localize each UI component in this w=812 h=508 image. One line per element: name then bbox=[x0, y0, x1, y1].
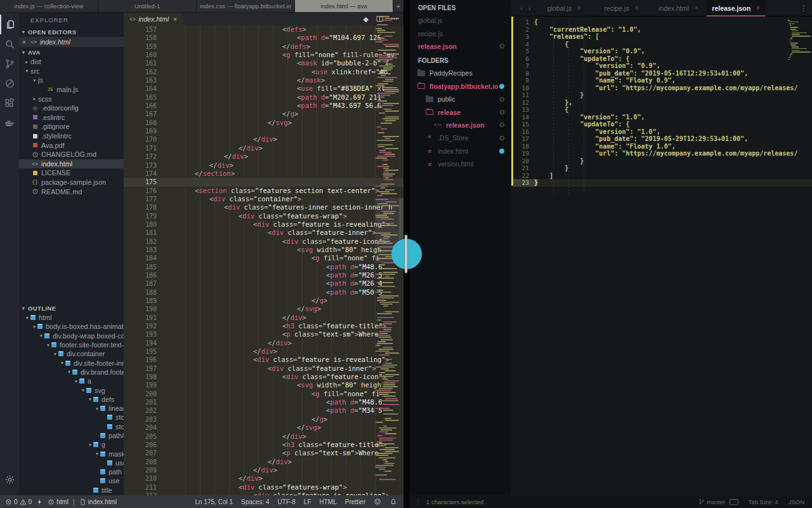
file-tree-item[interactable]: .eslintrc bbox=[19, 113, 124, 123]
open-file-item[interactable]: recipe.js bbox=[410, 27, 511, 39]
file-tree-item[interactable]: LICENSE bbox=[19, 168, 124, 178]
code-line[interactable]: 193<p class="text-sm">Where bbox=[124, 330, 403, 338]
project-header[interactable]: ▾ AVA bbox=[19, 47, 124, 57]
lightning-icon[interactable] bbox=[36, 498, 43, 505]
code-line[interactable]: 203</g> bbox=[124, 415, 403, 424]
code-line[interactable]: 176<section class="features section text… bbox=[124, 187, 403, 195]
open-file-item[interactable]: global.js bbox=[410, 14, 511, 27]
code-line[interactable]: 190</svg> bbox=[124, 305, 403, 313]
code-line[interactable]: 191</div> bbox=[124, 314, 403, 322]
sublime-tab[interactable]: index.html× bbox=[650, 0, 707, 16]
code-line[interactable]: 200<g fill="none" fi bbox=[124, 390, 403, 398]
code-line[interactable]: 185<path d="M48.6 bbox=[124, 263, 403, 271]
code-line[interactable]: 157<defs> bbox=[124, 25, 403, 34]
close-icon[interactable]: × bbox=[173, 16, 177, 23]
sublime-tab[interactable]: global.js× bbox=[535, 0, 593, 16]
code-line[interactable]: 183<svg width="80" heigh bbox=[124, 246, 403, 254]
code-line[interactable]: 163</mask> bbox=[124, 76, 403, 84]
outline-item[interactable]: stop bbox=[19, 422, 124, 431]
search-icon[interactable] bbox=[0, 34, 19, 54]
outline-item[interactable]: ▾div.site-footer-inner bbox=[19, 358, 124, 367]
git-branch-status[interactable]: master bbox=[698, 498, 738, 505]
code-line[interactable]: 181<div class="feature-inner"> bbox=[124, 229, 403, 237]
code-line[interactable]: 158<path d="M104.697 125 bbox=[124, 34, 403, 42]
code-line[interactable]: 177<div class="container"> bbox=[124, 195, 403, 203]
explorer-icon[interactable] bbox=[0, 15, 19, 34]
file-tree-item[interactable]: ▸dist bbox=[19, 57, 124, 67]
active-file-status[interactable]: index.html bbox=[79, 498, 117, 505]
code-line[interactable]: 2 "currentRelease": "1.0", bbox=[511, 26, 812, 34]
debug-icon[interactable] bbox=[0, 74, 19, 93]
outline-item[interactable]: ▾a bbox=[19, 377, 124, 385]
status-item[interactable]: Prettier bbox=[345, 498, 365, 505]
close-icon[interactable]: × bbox=[634, 4, 638, 11]
file-tree-item[interactable]: Ava.pdf bbox=[19, 140, 124, 150]
code-line[interactable]: 167</g> bbox=[124, 110, 403, 118]
folder-tree-item[interactable]: ≡index.html bbox=[410, 145, 511, 157]
file-tree-item[interactable]: <>index.html bbox=[19, 159, 124, 169]
code-line[interactable]: 6 "updateTo": { bbox=[511, 55, 812, 63]
code-line[interactable]: 160<g fill="none" fill-rule="ev bbox=[124, 51, 403, 59]
code-line[interactable]: 174</section> bbox=[124, 170, 403, 178]
outline-item[interactable]: ▾html bbox=[19, 313, 124, 322]
code-line[interactable]: 171</div> bbox=[124, 144, 403, 152]
code-line[interactable]: 172</div> bbox=[124, 152, 403, 161]
docker-icon[interactable] bbox=[0, 113, 19, 133]
folder-tree-item[interactable]: </>release.json bbox=[410, 119, 511, 131]
code-line[interactable]: 14 "version": "1.0", bbox=[511, 114, 812, 121]
code-line[interactable]: 17 "pub_date": "2019-05-29T12:29:53+01:0… bbox=[511, 135, 812, 143]
open-editor-item[interactable]: × <> index.html bbox=[19, 37, 124, 47]
file-tree-item[interactable]: README.md bbox=[19, 187, 124, 196]
outline-item[interactable]: use bbox=[19, 458, 124, 467]
file-tree-item[interactable]: ▸scss bbox=[19, 94, 124, 104]
format-icon[interactable]: ◆ bbox=[363, 15, 369, 23]
window-tab[interactable]: index.html — ava bbox=[295, 0, 393, 12]
status-item[interactable]: HTML bbox=[320, 498, 337, 505]
code-line[interactable]: 197<div class="feature-inner"> bbox=[124, 364, 403, 373]
folder-tree-item[interactable]: *.DS_Store bbox=[410, 131, 511, 144]
outline-item[interactable]: stop bbox=[19, 413, 124, 422]
code-line[interactable]: 13 { bbox=[511, 106, 812, 114]
code-line[interactable]: 180<div class="feature is-revealing"> bbox=[124, 220, 403, 229]
code-line[interactable]: 1{ bbox=[511, 18, 812, 26]
code-line[interactable]: 202<path d="M34 5 bbox=[124, 406, 403, 415]
code-line[interactable]: 162<use xlink:href="#b bbox=[124, 68, 403, 76]
close-icon[interactable]: × bbox=[695, 4, 698, 11]
code-line[interactable]: 192<h3 class="feature-title"> bbox=[124, 322, 403, 330]
code-line[interactable]: 194</div> bbox=[124, 339, 403, 347]
code-line[interactable]: 4 { bbox=[511, 41, 812, 48]
code-line[interactable]: 206<h3 class="feature-title"> bbox=[124, 441, 403, 449]
file-tree-item[interactable]: JSmain.js bbox=[19, 85, 124, 95]
code-line[interactable]: 9 "name": "Floaty 0.9", bbox=[511, 77, 812, 84]
outline-item[interactable]: path bbox=[19, 467, 124, 476]
outline-item[interactable]: ▾linearGradient#... bbox=[19, 404, 124, 413]
file-tree-item[interactable]: ▾src bbox=[19, 67, 124, 76]
code-line[interactable]: 21 } bbox=[511, 164, 812, 172]
minimap[interactable] bbox=[788, 18, 811, 101]
status-item[interactable]: UTF-8 bbox=[278, 498, 296, 505]
outline-item[interactable]: ▾div.brand.footer-brand bbox=[19, 368, 124, 377]
code-line[interactable]: 20 } bbox=[511, 157, 812, 165]
code-line[interactable]: 187<path d="M26 4 bbox=[124, 279, 403, 288]
code-line[interactable]: 12 }, bbox=[511, 99, 812, 107]
file-tree-item[interactable]: .gitignore bbox=[19, 122, 124, 131]
outline-item[interactable]: ▾div.container bbox=[19, 349, 124, 358]
tab-overflow-icon[interactable]: ⋮ bbox=[800, 4, 812, 13]
code-line[interactable]: 16 "version": "1.0", bbox=[511, 128, 812, 136]
nav-forward-icon[interactable]: › bbox=[528, 4, 531, 12]
code-line[interactable]: 207<p class="text-sm">Where bbox=[124, 449, 403, 457]
folder-tree-item[interactable]: PaddyRecipes bbox=[410, 67, 511, 79]
file-tree-item[interactable]: .editorconfig bbox=[19, 104, 124, 113]
code-line[interactable]: 178<div class="features-inner section-in… bbox=[124, 203, 403, 211]
code-line[interactable]: 5 "version": "0.9", bbox=[511, 48, 812, 55]
code-line[interactable]: 165<path d="M202.697 211 bbox=[124, 93, 403, 102]
window-tab[interactable]: index.css — floatyapp.bitbucket.io bbox=[197, 0, 295, 12]
source-control-icon[interactable] bbox=[0, 54, 19, 74]
code-line[interactable]: 168</svg> bbox=[124, 119, 403, 127]
sublime-tab[interactable]: release.json× bbox=[707, 0, 765, 16]
folder-tree-item[interactable]: public bbox=[410, 93, 511, 105]
sublime-tab[interactable]: recipe.js× bbox=[593, 0, 650, 16]
file-tree-item[interactable]: {}package-sample.json bbox=[19, 178, 124, 187]
outline-header[interactable]: ▾ OUTLINE bbox=[19, 303, 124, 313]
code-editor[interactable]: 157<defs>158<path d="M104.697 125159</de… bbox=[124, 25, 403, 495]
